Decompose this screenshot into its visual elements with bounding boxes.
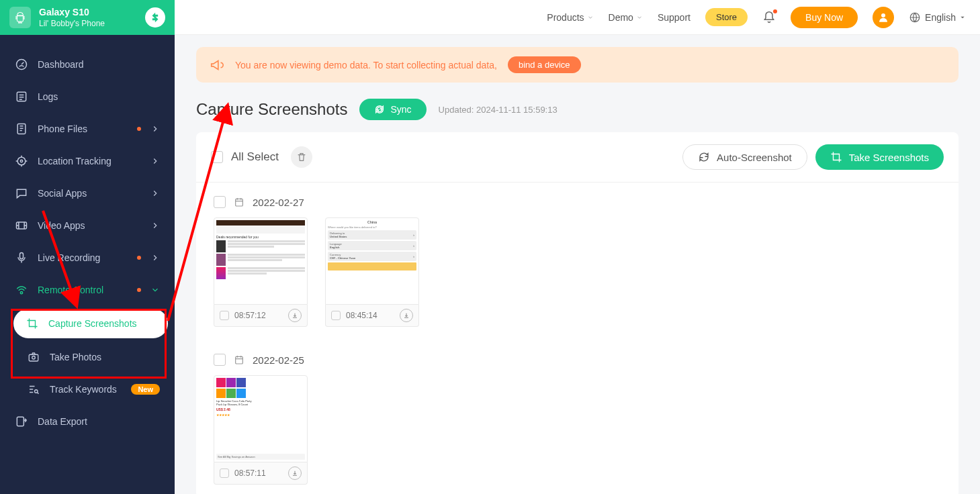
notification-dot (137, 288, 141, 292)
thumb-time: 08:45:14 (346, 311, 394, 320)
chevron-down-icon (587, 14, 594, 21)
download-icon[interactable] (288, 309, 302, 322)
screenshots-panel: All Select Auto-Screenshot Take Screensh… (196, 132, 959, 494)
camera-icon (27, 350, 40, 364)
thumb-checkbox[interactable] (220, 468, 229, 478)
svg-rect-2 (17, 124, 26, 134)
swap-device-icon[interactable] (145, 7, 165, 28)
remote-icon (15, 283, 28, 297)
download-icon[interactable] (400, 309, 413, 322)
take-screenshots-button[interactable]: Take Screenshots (815, 144, 944, 170)
svg-point-3 (17, 157, 26, 165)
device-header[interactable]: Galaxy S10 Lil' Bobby's Phone (0, 0, 175, 35)
chevron-right-icon (150, 189, 160, 198)
calendar-icon (234, 197, 244, 207)
thumb-time: 08:57:11 (234, 468, 283, 478)
device-model: Galaxy S10 (39, 7, 137, 17)
page-title: Capture Screenshots (196, 100, 347, 119)
chevron-right-icon (150, 221, 160, 230)
screenshot-thumb[interactable]: Deals recommended for you 08:57:12 (214, 217, 308, 327)
sidebar-item-location[interactable]: Location Tracking (0, 145, 175, 177)
updated-text: Updated: 2024-11-11 15:59:13 (439, 105, 558, 115)
select-all-label: All Select (231, 150, 279, 164)
sidebar-item-logs[interactable]: Logs (0, 81, 175, 113)
megaphone-icon (210, 58, 224, 72)
chevron-down-icon (150, 285, 160, 295)
svg-rect-15 (236, 356, 243, 364)
chevron-down-icon (636, 14, 643, 21)
support-link[interactable]: Support (658, 12, 691, 23)
date-checkbox[interactable] (214, 196, 226, 208)
globe-icon (909, 11, 921, 23)
svg-rect-6 (20, 253, 24, 259)
svg-point-12 (881, 13, 885, 17)
refresh-icon (374, 104, 385, 115)
sidebar-sub-capture[interactable]: Capture Screenshots (13, 309, 168, 338)
svg-point-7 (20, 292, 22, 294)
sidebar-item-data-export[interactable]: Data Export (0, 405, 175, 438)
search-list-icon (27, 383, 40, 396)
video-icon (15, 219, 28, 232)
sidebar-item-recording[interactable]: Live Recording (0, 242, 175, 274)
content: You are now viewing demo data. To start … (175, 35, 980, 494)
thumb-preview: China Where would you like items deliver… (325, 217, 419, 305)
screenshot-thumb[interactable]: China Where would you like items deliver… (325, 217, 419, 327)
thumb-checkbox[interactable] (331, 311, 341, 320)
auto-screenshot-button[interactable]: Auto-Screenshot (682, 144, 807, 170)
caret-down-icon (960, 15, 965, 20)
chevron-right-icon (150, 253, 160, 262)
svg-rect-8 (29, 354, 38, 361)
export-icon (15, 415, 28, 428)
sidebar-item-social[interactable]: Social Apps (0, 177, 175, 209)
crop-icon (26, 317, 39, 330)
sync-button[interactable]: Sync (359, 99, 426, 120)
svg-point-4 (20, 160, 22, 162)
chat-icon (15, 187, 28, 200)
date-section: 2022-02-25 Lip Smacker Coca Cola PartyPa… (196, 340, 959, 494)
sidebar-item-phone-files[interactable]: Phone Files (0, 113, 175, 145)
select-all-checkbox[interactable] (211, 151, 223, 163)
target-icon (15, 154, 28, 168)
demo-menu[interactable]: Demo (609, 12, 643, 23)
gauge-icon (15, 58, 28, 71)
sidebar-item-track-keywords[interactable]: Track Keywords New (0, 373, 175, 405)
thumb-preview: Deals recommended for you (214, 217, 308, 305)
bell-icon[interactable] (762, 11, 776, 24)
thumb-checkbox[interactable] (220, 311, 229, 320)
nav: Dashboard Logs Phone Files Location Trac… (0, 35, 175, 494)
delete-button[interactable] (291, 146, 312, 168)
notification-dot (137, 256, 141, 260)
sidebar: Galaxy S10 Lil' Bobby's Phone Dashboard … (0, 0, 175, 494)
date-section: 2022-02-27 Deals recommended for you (196, 183, 959, 340)
chevron-right-icon (150, 124, 160, 134)
mic-icon (15, 251, 28, 264)
sidebar-item-dashboard[interactable]: Dashboard (0, 48, 175, 81)
crop-icon (830, 151, 842, 163)
new-badge: New (131, 384, 160, 395)
store-button[interactable]: Store (705, 8, 748, 26)
products-menu[interactable]: Products (547, 12, 593, 23)
android-icon (9, 7, 31, 28)
user-avatar[interactable] (873, 7, 894, 28)
date-checkbox[interactable] (214, 354, 226, 366)
topbar: Products Demo Support Store Buy Now Engl… (175, 0, 980, 35)
list-icon (15, 90, 28, 103)
bind-device-button[interactable]: bind a device (508, 56, 581, 73)
date-label: 2022-02-25 (253, 354, 304, 366)
svg-rect-14 (236, 199, 243, 206)
svg-rect-11 (17, 417, 24, 426)
main: Products Demo Support Store Buy Now Engl… (175, 0, 980, 494)
file-icon (15, 122, 28, 136)
buy-now-button[interactable]: Buy Now (791, 7, 858, 28)
sidebar-item-remote-control[interactable]: Remote Control (0, 274, 175, 306)
screenshot-thumb[interactable]: Lip Smacker Coca Cola PartyPack Lip Glos… (214, 375, 308, 485)
sidebar-item-video[interactable]: Video Apps (0, 209, 175, 242)
banner-text: You are now viewing demo data. To start … (235, 60, 497, 70)
page-header: Capture Screenshots Sync Updated: 2024-1… (196, 99, 959, 120)
language-selector[interactable]: English (909, 11, 965, 23)
download-icon[interactable] (288, 466, 302, 480)
sidebar-item-take-photos[interactable]: Take Photos (0, 341, 175, 373)
date-label: 2022-02-27 (253, 197, 304, 208)
panel-toolbar: All Select Auto-Screenshot Take Screensh… (196, 132, 959, 183)
refresh-icon (698, 151, 710, 163)
